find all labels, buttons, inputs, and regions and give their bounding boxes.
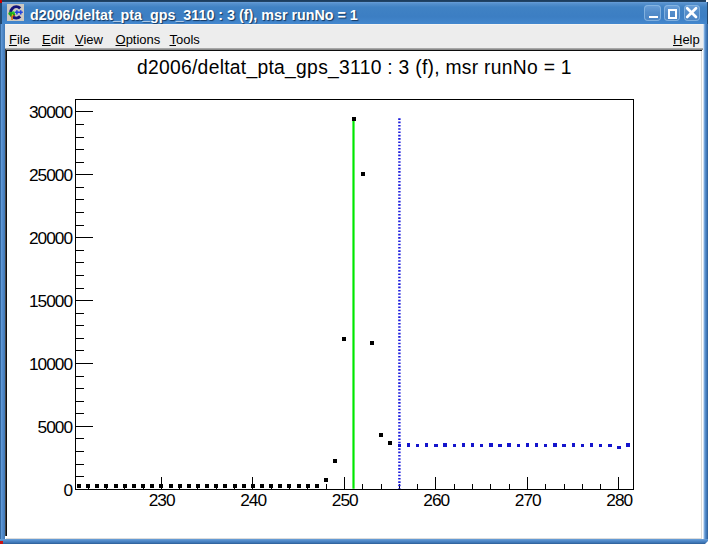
svg-text:5000: 5000 (38, 417, 73, 437)
svg-text:250: 250 (332, 490, 359, 510)
svg-text:10000: 10000 (29, 354, 73, 374)
svg-text:20000: 20000 (29, 228, 73, 248)
svg-text:230: 230 (149, 490, 176, 510)
svg-text:25000: 25000 (29, 165, 73, 185)
svg-text:d2006/deltat_pta_gps_3110 : 3: d2006/deltat_pta_gps_3110 : 3 (f), msr r… (137, 57, 572, 79)
svg-text:280: 280 (606, 490, 633, 510)
svg-text:15000: 15000 (29, 291, 73, 311)
svg-text:30000: 30000 (29, 102, 73, 122)
svg-text:270: 270 (515, 490, 542, 510)
svg-text:240: 240 (240, 490, 267, 510)
svg-text:260: 260 (423, 490, 450, 510)
svg-text:0: 0 (63, 480, 73, 500)
